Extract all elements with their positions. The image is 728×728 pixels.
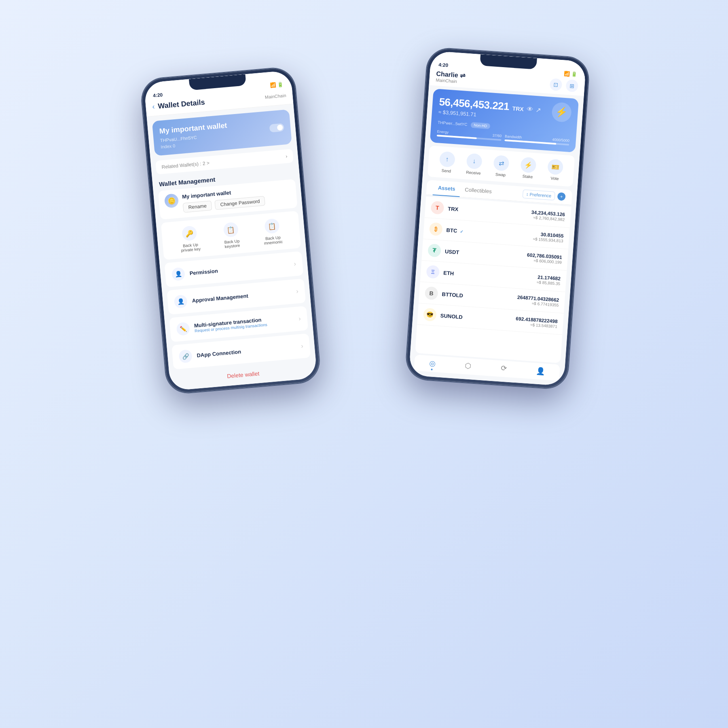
permission-arrow: › bbox=[294, 260, 296, 267]
change-password-button[interactable]: Change Password bbox=[215, 196, 266, 210]
backup-key-label: Back Upprivate key bbox=[180, 242, 201, 253]
backup-mnemonic-icon: 📋 bbox=[264, 218, 280, 234]
nav-history[interactable]: ⟳ bbox=[500, 364, 507, 375]
dapp-label: DApp Connection bbox=[197, 343, 296, 358]
backup-private-key[interactable]: 🔑 Back Upprivate key bbox=[179, 225, 201, 253]
dapp-icon: 🔗 bbox=[178, 349, 193, 364]
vote-label: Vote bbox=[550, 176, 559, 181]
usdt-name: USDT bbox=[445, 248, 459, 255]
bttold-amounts: 2648771.04328662 ≈$ 6.77419355 bbox=[517, 294, 559, 307]
balance-address: THPwer...5wtYC bbox=[438, 120, 468, 127]
stake-label: Stake bbox=[522, 174, 533, 179]
visibility-icon[interactable]: 👁 bbox=[527, 106, 533, 113]
backup-mnemonic[interactable]: 📋 Back Upmnemonic bbox=[262, 218, 283, 245]
right-status-icons: 📶 🔋 bbox=[564, 71, 578, 77]
receive-icon: ↓ bbox=[466, 153, 483, 169]
nav-assets-icon: ◎ bbox=[429, 359, 436, 368]
balance-card: 56,456,453.221 TRX 👁 ↗ ≈ $3,951,951.71 T… bbox=[430, 89, 579, 152]
multisig-icon: ✏️ bbox=[176, 322, 190, 336]
eth-icon: Ξ bbox=[426, 265, 440, 279]
usdt-amounts: 602,786.035091 ≈$ 606,000.199 bbox=[527, 252, 562, 265]
preference-button[interactable]: ↕ Preference bbox=[522, 189, 555, 201]
backup-keystore-label: Back Upkeystore bbox=[224, 239, 240, 249]
permission-icon: 👤 bbox=[171, 267, 186, 281]
stake-action[interactable]: ⚡ Stake bbox=[520, 157, 537, 180]
right-screen: 4:20 📶 🔋 Charlie ⇌ MainChain ⊡ ⊞ 56 bbox=[408, 51, 586, 386]
left-screen: 4:20 📶 🔋 ‹ Wallet Details MainChain My i… bbox=[144, 70, 317, 391]
vote-action[interactable]: 🎫 Vote bbox=[547, 159, 564, 181]
send-label: Send bbox=[441, 168, 451, 174]
nav-collectibles[interactable]: ⬡ bbox=[464, 361, 472, 373]
rename-button[interactable]: Rename bbox=[183, 201, 212, 213]
backup-keystore-icon: 📋 bbox=[223, 222, 239, 237]
back-arrow-icon[interactable]: ‹ bbox=[152, 102, 155, 111]
send-action[interactable]: ↑ Send bbox=[438, 151, 455, 174]
left-status-icons: 📶 🔋 bbox=[270, 81, 284, 88]
dapp-arrow: › bbox=[301, 342, 303, 349]
non-hd-tag: Non-HD bbox=[470, 122, 490, 129]
receive-label: Receive bbox=[466, 170, 481, 175]
bandwidth-progress: Bandwidth 4000/5000 bbox=[504, 134, 569, 146]
wallet-card: My important wallet THPvaU...Fhn5YC Inde… bbox=[152, 109, 292, 156]
backup-row: 🔑 Back Upprivate key 📋 Back Upkeystore 📋… bbox=[161, 211, 301, 260]
related-wallets-text: Related Wallet(s) : 2 > bbox=[161, 160, 210, 170]
nav-profile[interactable]: 👤 bbox=[535, 366, 545, 378]
energy-progress: Energy 37/60 bbox=[437, 129, 502, 141]
backup-key-icon: 🔑 bbox=[182, 225, 197, 241]
permission-label: Permission bbox=[189, 261, 289, 276]
vote-icon: 🎫 bbox=[547, 159, 564, 175]
multisig-arrow: › bbox=[298, 315, 301, 322]
nav-assets-dot bbox=[431, 368, 433, 370]
right-phone: 4:20 📶 🔋 Charlie ⇌ MainChain ⊡ ⊞ 56 bbox=[405, 47, 590, 389]
left-status-time: 4:20 bbox=[153, 92, 163, 98]
tab-assets[interactable]: Assets bbox=[433, 180, 461, 197]
eth-name: ETH bbox=[443, 270, 454, 277]
action-row: ↑ Send ↓ Receive ⇄ Swap ⚡ Stake bbox=[427, 146, 575, 187]
eth-amounts: 21.174682 ≈$ 85,885.35 bbox=[537, 274, 561, 286]
left-phone: 4:20 📶 🔋 ‹ Wallet Details MainChain My i… bbox=[140, 67, 321, 394]
related-wallets-arrow: › bbox=[286, 153, 288, 159]
usdt-icon: ₮ bbox=[427, 243, 441, 257]
header-icons: ⊡ ⊞ bbox=[549, 78, 578, 92]
sunold-name: SUNOLD bbox=[440, 312, 463, 320]
trx-icon: T bbox=[430, 201, 444, 214]
left-phone-inner: 4:20 📶 🔋 ‹ Wallet Details MainChain My i… bbox=[144, 70, 317, 391]
bttold-icon: B bbox=[425, 286, 438, 300]
stake-icon: ⚡ bbox=[520, 157, 537, 174]
backup-mnemonic-label: Back Upmnemonic bbox=[263, 235, 283, 245]
btc-name: BTC ✓ bbox=[446, 227, 463, 234]
approval-arrow: › bbox=[296, 288, 299, 295]
wallet-avatar: 🪙 bbox=[164, 193, 179, 208]
expand-icon[interactable]: ↗ bbox=[535, 106, 541, 114]
add-asset-button[interactable]: + bbox=[557, 192, 565, 201]
assets-list: T TRX 34,234,453.126 ≈$ 2,760,842,982 ₿ … bbox=[415, 197, 571, 363]
swap-icon: ⇄ bbox=[493, 155, 510, 171]
tab-collectibles[interactable]: Collectibles bbox=[459, 182, 497, 199]
sunold-icon: 😎 bbox=[423, 308, 437, 322]
right-phone-inner: 4:20 📶 🔋 Charlie ⇌ MainChain ⊡ ⊞ 56 bbox=[408, 51, 586, 386]
backup-keystore[interactable]: 📋 Back Upkeystore bbox=[223, 222, 240, 249]
nav-history-icon: ⟳ bbox=[500, 364, 507, 373]
nav-profile-icon: 👤 bbox=[536, 366, 545, 376]
nav-collectibles-icon: ⬡ bbox=[465, 361, 472, 370]
sunold-amounts: 692.418878222498 ≈$ 13.5483871 bbox=[515, 315, 558, 328]
qr-icon-btn[interactable]: ⊞ bbox=[565, 79, 578, 92]
bttold-name: BTTOLD bbox=[442, 291, 463, 298]
right-status-time: 4:20 bbox=[438, 62, 449, 68]
send-icon: ↑ bbox=[439, 151, 455, 168]
receive-action[interactable]: ↓ Receive bbox=[466, 153, 483, 176]
trx-amounts: 34,234,453.126 ≈$ 2,760,842,982 bbox=[531, 209, 565, 222]
btc-icon: ₿ bbox=[429, 222, 443, 236]
btc-amounts: 30.810455 ≈$ 1555,934,813 bbox=[533, 231, 564, 243]
approval-label: Approval Management bbox=[192, 289, 292, 303]
approval-icon: 👤 bbox=[174, 294, 188, 309]
scan-icon-btn[interactable]: ⊡ bbox=[549, 78, 562, 91]
balance-currency: TRX bbox=[512, 105, 524, 112]
swap-label: Swap bbox=[495, 172, 506, 177]
nav-assets[interactable]: ◎ bbox=[429, 359, 436, 370]
trx-name: TRX bbox=[448, 205, 459, 212]
left-header-chain: MainChain bbox=[265, 93, 286, 99]
swap-action[interactable]: ⇄ Swap bbox=[493, 155, 510, 178]
phones-container: 4:20 📶 🔋 ‹ Wallet Details MainChain My i… bbox=[142, 40, 586, 688]
